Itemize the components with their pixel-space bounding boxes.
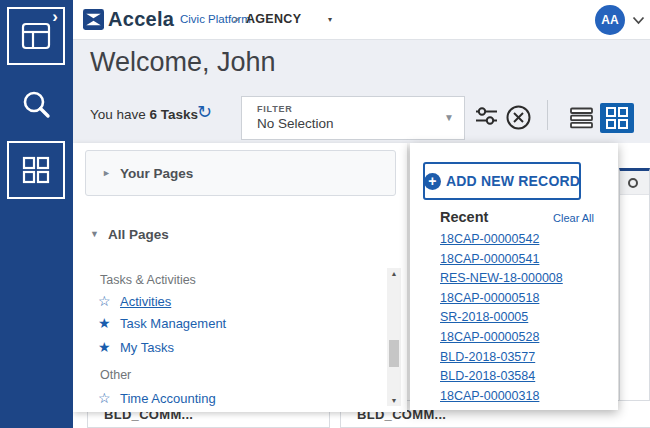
welcome-band: Welcome, John You have 6 Tasks ↻ FILTER … — [73, 40, 650, 143]
page-link-label[interactable]: Activities — [120, 294, 171, 309]
star-filled-icon[interactable]: ★ — [98, 315, 120, 331]
clear-filter-icon[interactable] — [505, 104, 532, 131]
expand-sidebar-chevron-icon[interactable]: › — [52, 7, 58, 27]
group-label-other: Other — [100, 365, 131, 385]
filter-settings-icon[interactable] — [473, 104, 500, 128]
scroll-up-arrow-icon[interactable]: ▲ — [387, 270, 401, 277]
page-link-my-tasks[interactable]: ★ My Tasks — [98, 337, 174, 357]
page-link-label[interactable]: Task Management — [120, 316, 226, 331]
recent-records-list: 18CAP-00000542 18CAP-00000541 RES-NEW-18… — [440, 230, 563, 406]
recent-record-link[interactable]: 18CAP-00000518 — [440, 289, 563, 309]
left-nav-sidebar: › — [0, 0, 73, 428]
star-outline-icon[interactable]: ☆ — [98, 293, 120, 309]
breadcrumb-separator: > — [233, 13, 239, 25]
recent-record-link[interactable]: 18CAP-00000542 — [440, 230, 563, 250]
list-view-icon[interactable] — [569, 107, 594, 129]
user-avatar[interactable]: AA — [595, 5, 625, 35]
nav-dashboard-button[interactable]: › — [7, 7, 65, 65]
all-pages-label: All Pages — [108, 227, 169, 242]
brand-wordmark: Accela — [108, 8, 174, 31]
page-link-label[interactable]: My Tasks — [120, 340, 174, 355]
nav-apps-button[interactable] — [7, 141, 65, 199]
user-menu-chevron-icon[interactable] — [632, 16, 645, 25]
pages-scrollbar[interactable]: ▲ ▼ — [387, 268, 401, 406]
breadcrumb-agency[interactable]: AGENCY — [246, 12, 301, 26]
page-link-task-management[interactable]: ★ Task Management — [98, 313, 226, 333]
gear-icon[interactable] — [628, 178, 638, 188]
pages-flyout-panel: ► Your Pages ▼ All Pages Tasks & Activit… — [73, 143, 407, 412]
filter-dropdown[interactable]: FILTER No Selection ▼ — [241, 96, 465, 140]
clear-all-link[interactable]: Clear All — [553, 212, 594, 224]
widget-card-header — [620, 171, 649, 195]
page-link-time-accounting[interactable]: ☆ Time Accounting — [98, 388, 216, 408]
grid-view-icon — [603, 105, 631, 131]
page-link-label[interactable]: Time Accounting — [120, 391, 216, 406]
filter-selected-value: No Selection — [257, 116, 334, 131]
plus-circle-icon: + — [424, 173, 441, 190]
your-pages-toggle[interactable]: ► Your Pages — [85, 150, 396, 196]
collapsed-arrow-icon: ► — [102, 168, 111, 178]
task-count-text: You have 6 Tasks — [90, 107, 198, 122]
agency-dropdown-caret-icon[interactable]: ▾ — [328, 15, 332, 24]
filter-label: FILTER — [257, 104, 293, 114]
page-link-activities[interactable]: ☆ Activities — [98, 291, 171, 311]
scrollbar-thumb[interactable] — [389, 340, 399, 367]
task-count-value: 6 Tasks — [150, 107, 199, 122]
recent-record-link[interactable]: SR-2018-00005 — [440, 308, 563, 328]
add-new-record-button[interactable]: + ADD NEW RECORD — [423, 162, 581, 200]
layout-panel-icon — [20, 21, 52, 51]
refresh-tasks-icon[interactable]: ↻ — [197, 101, 212, 123]
your-pages-label: Your Pages — [120, 166, 193, 181]
group-label-tasks-activities: Tasks & Activities — [100, 270, 196, 290]
grid-view-button-active[interactable] — [600, 103, 634, 133]
recent-record-link[interactable]: BLD-2018-03584 — [440, 367, 563, 387]
star-filled-icon[interactable]: ★ — [98, 339, 120, 355]
recent-record-link[interactable]: BLD-2018-03577 — [440, 348, 563, 368]
dashboard-widget-card — [619, 168, 650, 403]
recent-record-link[interactable]: 18CAP-00000541 — [440, 250, 563, 270]
filter-dropdown-caret-icon: ▼ — [444, 112, 454, 123]
task-count-prefix: You have — [90, 107, 150, 122]
star-outline-icon[interactable]: ☆ — [98, 390, 120, 406]
top-header-bar: Accela Civic Platform > AGENCY ▾ AA — [73, 0, 650, 40]
all-pages-toggle[interactable]: ▼ All Pages — [90, 224, 169, 244]
toolbar-divider — [547, 100, 548, 130]
recent-records-dropdown: + ADD NEW RECORD Recent Clear All 18CAP-… — [410, 143, 618, 410]
main-content: BLD_COMM... BLD_COMM... ► Your Pages ▼ A… — [73, 143, 650, 428]
add-new-record-label: ADD NEW RECORD — [446, 173, 580, 189]
accela-logo-icon — [83, 9, 104, 30]
recent-record-link[interactable]: RES-NEW-18-000008 — [440, 269, 563, 289]
scroll-down-arrow-icon[interactable]: ▼ — [387, 397, 401, 404]
nav-search-button[interactable] — [20, 88, 54, 122]
page-title: Welcome, John — [90, 47, 276, 78]
recent-record-link[interactable]: 18CAP-00000318 — [440, 387, 563, 407]
expanded-arrow-icon: ▼ — [90, 229, 99, 239]
recent-section-title: Recent — [440, 209, 488, 225]
breadcrumb-civic-platform[interactable]: Civic Platform — [180, 13, 251, 25]
recent-record-link[interactable]: 18CAP-00000528 — [440, 328, 563, 348]
search-icon — [20, 88, 54, 122]
grid-apps-icon — [20, 154, 52, 186]
